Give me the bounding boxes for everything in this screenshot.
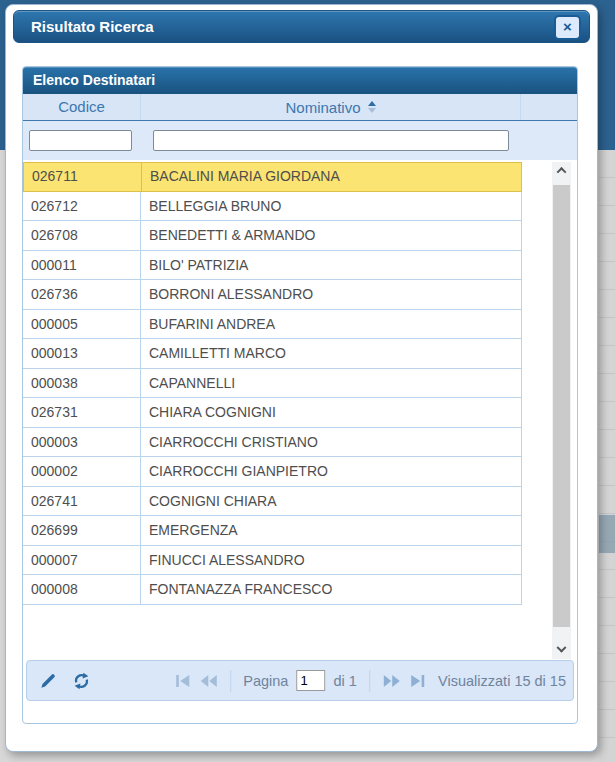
cell-nominativo: CAMILLETTI MARCO [141, 339, 521, 368]
close-button[interactable]: × [554, 15, 581, 40]
column-header-nominativo[interactable]: Nominativo [141, 94, 521, 120]
cell-codice: 000003 [23, 428, 141, 457]
cell-codice: 026711 [24, 163, 142, 191]
cell-nominativo: BELLEGGIA BRUNO [141, 192, 521, 221]
background-page-fragment [599, 515, 615, 553]
cell-nominativo: BILO' PATRIZIA [141, 251, 521, 280]
column-header-row: Codice Nominativo [23, 94, 577, 121]
cell-codice: 026712 [23, 192, 141, 221]
panel-title: Elenco Destinatari [33, 72, 155, 88]
records-status: Visualizzati 15 di 15 [438, 673, 566, 689]
cell-nominativo: FONTANAZZA FRANCESCO [141, 575, 521, 604]
background-page-rows [599, 150, 615, 762]
scroll-down-icon[interactable] [552, 642, 571, 659]
cell-codice: 026708 [23, 221, 141, 250]
cell-codice: 000038 [23, 369, 141, 398]
refresh-button[interactable] [72, 672, 91, 690]
cell-codice: 000011 [23, 251, 141, 280]
table-row[interactable]: 000008 FONTANAZZA FRANCESCO [23, 575, 522, 605]
table-row[interactable]: 026699 EMERGENZA [23, 516, 522, 546]
table-row[interactable]: 026711 BACALINI MARIA GIORDANA [23, 162, 522, 192]
first-page-icon [175, 675, 190, 687]
risultato-ricerca-dialog: Risultato Ricerca × Elenco Destinatari C… [5, 4, 598, 752]
cell-nominativo: EMERGENZA [141, 516, 521, 545]
dialog-title: Risultato Ricerca [31, 18, 154, 35]
dialog-titlebar: Risultato Ricerca × [13, 10, 590, 43]
cell-codice: 000002 [23, 457, 141, 486]
page-label: Pagina [243, 673, 288, 689]
cell-nominativo: BUFARINI ANDREA [141, 310, 521, 339]
panel-header: Elenco Destinatari [23, 67, 577, 94]
pager: Pagina di 1 [174, 670, 426, 692]
cell-nominativo: CAPANNELLI [141, 369, 521, 398]
cell-codice: 000008 [23, 575, 141, 604]
table-row[interactable]: 026736 BORRONI ALESSANDRO [23, 280, 522, 310]
table-row[interactable]: 000038 CAPANNELLI [23, 369, 522, 399]
table-row[interactable]: 000013 CAMILLETTI MARCO [23, 339, 522, 369]
sort-asc-desc-icon [368, 101, 376, 113]
cell-nominativo: CHIARA COGNIGNI [141, 398, 521, 427]
column-header-codice[interactable]: Codice [23, 94, 141, 120]
pager-toolbar: Pagina di 1 Visualizzati 15 [26, 660, 574, 701]
table-row[interactable]: 000003 CIARROCCHI CRISTIANO [23, 428, 522, 458]
table-body: 026711 BACALINI MARIA GIORDANA 026712 BE… [23, 160, 577, 605]
page-of-label: di 1 [333, 673, 356, 689]
next-page-icon [383, 675, 400, 687]
cell-nominativo: BACALINI MARIA GIORDANA [142, 163, 521, 191]
cell-codice: 000005 [23, 310, 141, 339]
close-icon: × [563, 18, 572, 35]
cell-nominativo: CIARROCCHI CRISTIANO [141, 428, 521, 457]
prev-page-button[interactable] [199, 675, 218, 687]
table-row[interactable]: 000005 BUFARINI ANDREA [23, 310, 522, 340]
table-row[interactable]: 026712 BELLEGGIA BRUNO [23, 192, 522, 222]
scroll-up-icon[interactable] [552, 162, 571, 179]
cell-nominativo: CIARROCCHI GIANPIETRO [141, 457, 521, 486]
table-row[interactable]: 000002 CIARROCCHI GIANPIETRO [23, 457, 522, 487]
table-row[interactable]: 026731 CHIARA COGNIGNI [23, 398, 522, 428]
next-page-button[interactable] [382, 675, 401, 687]
vertical-scrollbar[interactable] [552, 162, 571, 659]
last-page-icon [410, 675, 425, 687]
page-input[interactable] [296, 670, 325, 691]
cell-codice: 000007 [23, 546, 141, 575]
prev-page-icon [200, 675, 217, 687]
pager-separator [369, 670, 370, 692]
column-header-nominativo-label: Nominativo [285, 99, 360, 116]
column-header-filler [521, 94, 577, 120]
cell-codice: 026731 [23, 398, 141, 427]
filter-row [23, 121, 577, 160]
last-page-button[interactable] [409, 675, 426, 687]
refresh-icon [72, 672, 91, 690]
pencil-icon [39, 672, 57, 690]
cell-codice: 026736 [23, 280, 141, 309]
cell-codice: 026699 [23, 516, 141, 545]
table-row[interactable]: 000011 BILO' PATRIZIA [23, 251, 522, 281]
cell-codice: 026741 [23, 487, 141, 516]
cell-nominativo: COGNIGNI CHIARA [141, 487, 521, 516]
nominativo-filter-input[interactable] [153, 130, 509, 151]
pager-separator [230, 670, 231, 692]
elenco-destinatari-panel: Elenco Destinatari Codice Nominativo 026… [22, 66, 578, 724]
table-row[interactable]: 026708 BENEDETTI & ARMANDO [23, 221, 522, 251]
toolbar-actions [39, 672, 91, 690]
codice-filter-input[interactable] [29, 130, 132, 151]
cell-nominativo: BORRONI ALESSANDRO [141, 280, 521, 309]
grid-viewport: 026711 BACALINI MARIA GIORDANA 026712 BE… [23, 160, 577, 660]
scrollbar-thumb[interactable] [553, 185, 570, 627]
edit-button[interactable] [39, 672, 57, 690]
cell-nominativo: FINUCCI ALESSANDRO [141, 546, 521, 575]
table-row[interactable]: 026741 COGNIGNI CHIARA [23, 487, 522, 517]
cell-nominativo: BENEDETTI & ARMANDO [141, 221, 521, 250]
first-page-button[interactable] [174, 675, 191, 687]
table-row[interactable]: 000007 FINUCCI ALESSANDRO [23, 546, 522, 576]
cell-codice: 000013 [23, 339, 141, 368]
